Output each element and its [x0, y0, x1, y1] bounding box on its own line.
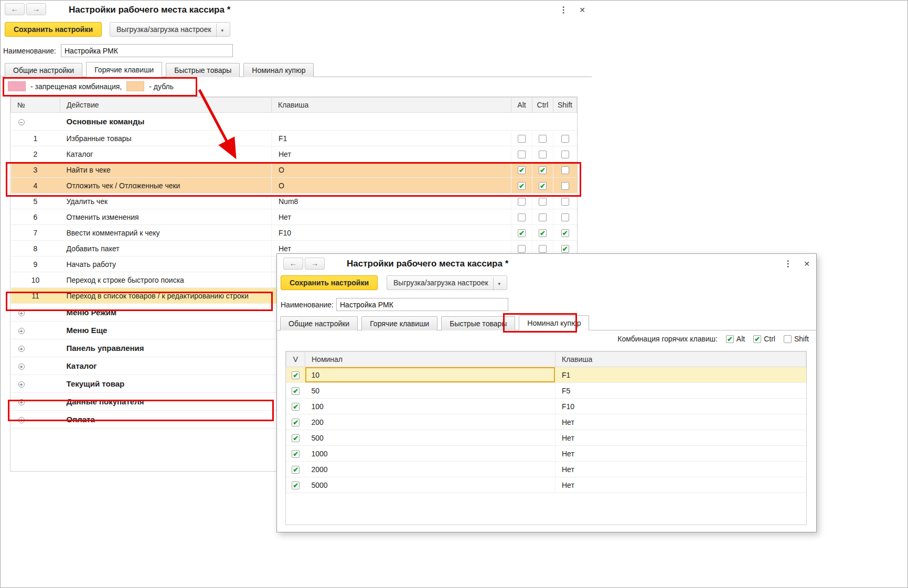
- key-cell[interactable]: F10: [556, 399, 806, 414]
- key-cell[interactable]: О: [272, 178, 511, 194]
- enabled-checkbox[interactable]: ✔: [292, 450, 300, 458]
- action-cell[interactable]: Начать работу: [60, 256, 272, 272]
- tab-denominations[interactable]: Номинал купюр: [243, 63, 314, 77]
- ctrl-checkbox[interactable]: ✔: [539, 166, 547, 174]
- save-settings-button[interactable]: Сохранить настройки: [281, 275, 378, 290]
- action-cell[interactable]: Добавить пакет: [60, 241, 272, 256]
- hotkey-row[interactable]: 4Отложить чек / Отложенные чекиО✔✔: [11, 178, 577, 194]
- hotkey-row[interactable]: 2КаталогНет: [11, 146, 577, 162]
- key-cell[interactable]: Нет: [556, 414, 806, 430]
- back-button[interactable]: ←: [283, 258, 303, 270]
- nominal-cell[interactable]: 10: [305, 367, 556, 383]
- ctrl-checkbox[interactable]: [539, 135, 547, 143]
- nominal-row[interactable]: ✔5000Нет: [286, 477, 806, 493]
- shift-checkbox[interactable]: [561, 182, 569, 190]
- shift-checkbox[interactable]: ✔: [561, 229, 569, 237]
- enabled-checkbox[interactable]: ✔: [292, 482, 300, 489]
- key-cell[interactable]: О: [272, 162, 511, 178]
- action-cell[interactable]: Избранные товары: [60, 131, 272, 146]
- alt-checkbox[interactable]: [518, 213, 526, 221]
- ctrl-checkbox[interactable]: ✔: [539, 182, 547, 190]
- nominal-row[interactable]: ✔1000Нет: [286, 446, 806, 462]
- action-cell[interactable]: Каталог: [60, 146, 272, 162]
- more-menu-icon[interactable]: ⋮: [559, 5, 568, 15]
- key-cell[interactable]: Нет: [556, 462, 806, 477]
- alt-checkbox[interactable]: [518, 198, 526, 206]
- tab-quick-goods[interactable]: Быстрые товары: [441, 316, 515, 330]
- expand-icon[interactable]: +: [18, 399, 25, 405]
- expand-icon[interactable]: +: [18, 346, 25, 352]
- enabled-checkbox[interactable]: ✔: [292, 387, 300, 395]
- nominal-cell[interactable]: 5000: [305, 477, 556, 493]
- shift-checkbox[interactable]: [784, 335, 792, 343]
- nominal-cell[interactable]: 500: [305, 430, 556, 446]
- alt-checkbox[interactable]: ✔: [518, 229, 526, 237]
- action-cell[interactable]: Удалить чек: [60, 194, 272, 209]
- enabled-checkbox[interactable]: ✔: [292, 434, 300, 442]
- alt-checkbox[interactable]: [518, 151, 526, 158]
- nominal-row[interactable]: ✔500Нет: [286, 430, 806, 446]
- hotkey-row[interactable]: 3Найти в чекеО✔✔: [11, 162, 577, 178]
- key-cell[interactable]: F1: [556, 367, 806, 383]
- action-cell[interactable]: Переход к строке быстрого поиска: [60, 272, 272, 288]
- expand-icon[interactable]: +: [18, 328, 25, 334]
- close-icon[interactable]: ✕: [579, 6, 585, 14]
- alt-checkbox[interactable]: ✔: [726, 335, 734, 343]
- tab-denominations[interactable]: Номинал купюр: [519, 315, 589, 330]
- collapse-icon[interactable]: −: [18, 119, 25, 125]
- key-cell[interactable]: Нет: [272, 209, 511, 225]
- nominal-row[interactable]: ✔50F5: [286, 383, 806, 399]
- enabled-checkbox[interactable]: ✔: [292, 466, 300, 474]
- action-cell[interactable]: Найти в чеке: [60, 162, 272, 178]
- save-settings-button[interactable]: Сохранить настройки: [5, 22, 102, 37]
- back-button[interactable]: ←: [5, 3, 25, 15]
- enabled-checkbox[interactable]: ✔: [292, 371, 300, 379]
- more-menu-icon[interactable]: ⋮: [784, 259, 792, 269]
- col-key[interactable]: Клавиша: [272, 98, 511, 113]
- forward-button[interactable]: →: [26, 3, 46, 15]
- nominal-cell[interactable]: 100: [305, 399, 556, 414]
- tab-quick-goods[interactable]: Быстрые товары: [166, 63, 240, 77]
- name-input[interactable]: [61, 44, 233, 57]
- tab-general-settings[interactable]: Общие настройки: [5, 63, 82, 77]
- alt-checkbox[interactable]: [518, 245, 526, 253]
- ctrl-checkbox[interactable]: ✔: [753, 335, 761, 343]
- col-number[interactable]: №: [11, 98, 60, 113]
- shift-checkbox[interactable]: [561, 135, 569, 143]
- key-cell[interactable]: Нет: [556, 477, 806, 493]
- action-cell[interactable]: Ввести комментарий к чеку: [60, 225, 272, 241]
- key-cell[interactable]: F10: [272, 225, 511, 241]
- expand-icon[interactable]: +: [18, 381, 25, 388]
- enabled-checkbox[interactable]: ✔: [292, 403, 300, 411]
- enabled-checkbox[interactable]: ✔: [292, 419, 300, 426]
- ctrl-checkbox[interactable]: ✔: [539, 229, 547, 237]
- nominal-row[interactable]: ✔10F1: [286, 367, 806, 383]
- ctrl-checkbox[interactable]: [539, 151, 547, 158]
- hotkey-row[interactable]: 1Избранные товарыF1: [11, 131, 577, 146]
- key-cell[interactable]: Нет: [556, 430, 806, 446]
- shift-checkbox[interactable]: ✔: [561, 245, 569, 253]
- shift-checkbox[interactable]: [561, 151, 569, 158]
- tab-general-settings[interactable]: Общие настройки: [280, 316, 358, 330]
- key-cell[interactable]: Num8: [272, 194, 511, 209]
- alt-checkbox[interactable]: ✔: [518, 182, 526, 190]
- nominal-cell[interactable]: 200: [305, 414, 556, 430]
- col-ctrl[interactable]: Ctrl: [532, 98, 553, 113]
- key-cell[interactable]: Нет: [556, 446, 806, 462]
- nominal-row[interactable]: ✔200Нет: [286, 414, 806, 430]
- name-input[interactable]: [336, 298, 508, 311]
- export-import-settings-button[interactable]: Выгрузка/загрузка настроек▾: [387, 275, 507, 290]
- tab-hotkeys[interactable]: Горячие клавиши: [86, 62, 162, 77]
- alt-checkbox[interactable]: ✔: [518, 166, 526, 174]
- export-import-settings-button[interactable]: Выгрузка/загрузка настроек▾: [110, 22, 230, 37]
- key-cell[interactable]: Нет: [272, 146, 511, 162]
- nominal-cell[interactable]: 50: [305, 383, 556, 399]
- ctrl-checkbox[interactable]: [539, 213, 547, 221]
- shift-checkbox[interactable]: [561, 213, 569, 221]
- action-cell[interactable]: Отменить изменения: [60, 209, 272, 225]
- col-action[interactable]: Действие: [60, 98, 272, 113]
- action-cell[interactable]: Переход в список товаров / к редактирова…: [60, 288, 272, 304]
- forward-button[interactable]: →: [305, 258, 325, 270]
- group-row[interactable]: −Основные команды: [11, 113, 577, 131]
- hotkey-row[interactable]: 7Ввести комментарий к чекуF10✔✔✔: [11, 225, 577, 241]
